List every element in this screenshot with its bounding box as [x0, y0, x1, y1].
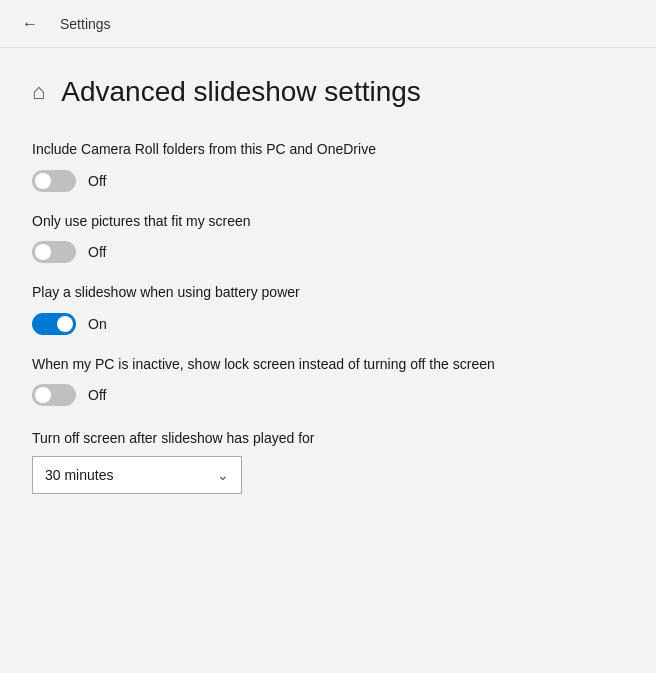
- setting-camera-roll: Include Camera Roll folders from this PC…: [32, 140, 624, 192]
- settings-list: Include Camera Roll folders from this PC…: [32, 140, 624, 494]
- setting-camera-roll-row: Off: [32, 170, 624, 192]
- toggle-battery-power-knob: [57, 316, 73, 332]
- toggle-lock-screen-knob: [35, 387, 51, 403]
- toggle-camera-roll-knob: [35, 173, 51, 189]
- page-title: Advanced slideshow settings: [61, 76, 421, 108]
- titlebar: ← Settings: [0, 0, 656, 48]
- setting-fit-screen: Only use pictures that fit my screen Off: [32, 212, 624, 264]
- toggle-battery-power[interactable]: [32, 313, 76, 335]
- home-icon: ⌂: [32, 79, 45, 105]
- setting-lock-screen-row: Off: [32, 384, 624, 406]
- setting-fit-screen-label: Only use pictures that fit my screen: [32, 212, 624, 232]
- setting-camera-roll-label: Include Camera Roll folders from this PC…: [32, 140, 624, 160]
- setting-battery-power-row: On: [32, 313, 624, 335]
- chevron-down-icon: ⌄: [217, 467, 229, 483]
- setting-battery-power-label: Play a slideshow when using battery powe…: [32, 283, 624, 303]
- main-content: ⌂ Advanced slideshow settings Include Ca…: [0, 48, 656, 522]
- page-header: ⌂ Advanced slideshow settings: [32, 76, 624, 108]
- toggle-lock-screen[interactable]: [32, 384, 76, 406]
- setting-lock-screen: When my PC is inactive, show lock screen…: [32, 355, 624, 407]
- toggle-battery-power-status: On: [88, 316, 107, 332]
- dropdown-label: Turn off screen after slideshow has play…: [32, 430, 624, 446]
- toggle-fit-screen-knob: [35, 244, 51, 260]
- dropdown-section: Turn off screen after slideshow has play…: [32, 430, 624, 494]
- setting-fit-screen-row: Off: [32, 241, 624, 263]
- toggle-lock-screen-status: Off: [88, 387, 106, 403]
- back-button[interactable]: ←: [16, 10, 44, 38]
- setting-battery-power: Play a slideshow when using battery powe…: [32, 283, 624, 335]
- toggle-fit-screen[interactable]: [32, 241, 76, 263]
- dropdown-selected-value: 30 minutes: [45, 467, 113, 483]
- toggle-fit-screen-status: Off: [88, 244, 106, 260]
- screen-timeout-dropdown[interactable]: 30 minutes ⌄: [32, 456, 242, 494]
- toggle-camera-roll[interactable]: [32, 170, 76, 192]
- toggle-camera-roll-status: Off: [88, 173, 106, 189]
- setting-lock-screen-label: When my PC is inactive, show lock screen…: [32, 355, 624, 375]
- back-arrow-icon: ←: [22, 15, 38, 33]
- titlebar-text: Settings: [60, 16, 111, 32]
